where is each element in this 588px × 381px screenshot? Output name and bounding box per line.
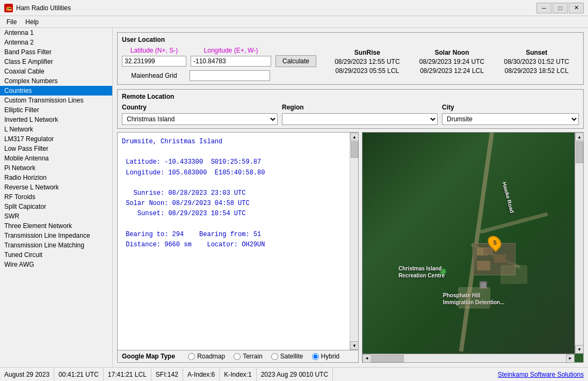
map-content: S Christmas IslandRecreation Centre Phos… <box>362 133 575 354</box>
sidebar-item-three-element[interactable]: Three Element Network <box>0 221 112 231</box>
window-controls: ─ □ ✕ <box>536 3 584 13</box>
sidebar-item-lm317[interactable]: LM317 Regulator <box>0 134 112 144</box>
status-date: August 29 2023 <box>0 368 54 381</box>
app-icon: 📻 <box>4 4 13 12</box>
sidebar-item-bandpass[interactable]: Band Pass Filter <box>0 47 112 57</box>
menu-help[interactable]: Help <box>21 17 43 27</box>
terrain-radio[interactable] <box>234 353 241 360</box>
info-panel: Drumsite, Christmas Island Latitude: -10… <box>117 132 359 363</box>
map-vscroll[interactable]: ▲ ▼ <box>575 133 583 354</box>
road-branch1 <box>480 212 548 233</box>
region-header: Region <box>282 104 438 111</box>
minimize-button[interactable]: ─ <box>536 3 551 13</box>
solar-noon-header: Solar Noon <box>410 49 495 56</box>
map-hscroll[interactable]: ◄ ► <box>362 354 575 362</box>
country-col: Country Christmas Island <box>122 104 278 125</box>
sidebar-item-pi-network[interactable]: Pi Network <box>0 163 112 173</box>
map-vthumb[interactable] <box>576 142 583 163</box>
region-col: Region <box>282 104 438 125</box>
map-scroll-right[interactable]: ► <box>566 354 575 363</box>
lon-label: Longitude (E+, W-) <box>191 47 271 54</box>
map-scroll-down[interactable]: ▼ <box>575 345 584 354</box>
sidebar-item-wire-awg[interactable]: Wire AWG <box>0 260 112 269</box>
sidebar-item-radio-horizion[interactable]: Radio Horizion <box>0 173 112 182</box>
status-k-index: K-Index:1 <box>220 368 256 381</box>
terrain-option[interactable]: Terrain <box>234 353 263 360</box>
maidenhead-input[interactable] <box>190 70 270 81</box>
info-vscroll[interactable]: ▲ ▼ <box>350 133 358 350</box>
steinkamp-link[interactable]: Steinkamp Software Solutions <box>493 368 588 381</box>
sidebar-item-rf-toroids[interactable]: RF Toroids <box>0 192 112 202</box>
sidebar-item-antenna2[interactable]: Antenna 2 <box>0 38 112 47</box>
map-type-bar: Google Map Type Roadmap Terrain Satellit… <box>118 350 358 362</box>
region-select[interactable] <box>282 113 438 125</box>
sidebar-item-coaxial[interactable]: Coaxial Cable <box>0 67 112 76</box>
map-scroll-up[interactable]: ▲ <box>575 133 584 141</box>
solar-noon-utc: 08/29/2023 19:24 UTC <box>410 58 495 65</box>
solar-noon-lcl: 08/29/2023 12:24 LCL <box>410 67 495 75</box>
sidebar-item-countries[interactable]: Countries <box>0 86 112 96</box>
menu-file[interactable]: File <box>2 17 21 27</box>
country-header: Country <box>122 104 278 111</box>
building4 <box>494 254 506 263</box>
lat-input[interactable] <box>122 56 186 67</box>
sunrise-header: SunRise <box>325 49 410 56</box>
map-type-label: Google Map Type <box>122 353 175 360</box>
sidebar-item-inverted-l[interactable]: Inverted L Network <box>0 115 112 124</box>
sidebar-item-reverse-l[interactable]: Reverse L Network <box>0 182 112 192</box>
roadmap-radio[interactable] <box>188 353 195 360</box>
hybrid-option[interactable]: Hybrid <box>312 353 340 360</box>
sidebar-item-complex[interactable]: Complex Numbers <box>0 76 112 86</box>
close-button[interactable]: ✕ <box>569 3 584 13</box>
sidebar-item-tuned[interactable]: Tuned Circuit <box>0 250 112 260</box>
calculate-button[interactable]: Calculate <box>275 55 316 67</box>
app-title: Ham Radio Utilities <box>16 4 71 12</box>
lon-input[interactable] <box>191 56 271 67</box>
sidebar-item-swr[interactable]: SWR <box>0 211 112 221</box>
map-hthumb[interactable] <box>372 355 404 362</box>
map-scroll-left[interactable]: ◄ <box>362 354 371 363</box>
map-panel: S Christmas IslandRecreation Centre Phos… <box>362 132 584 363</box>
roadmap-label: Roadmap <box>197 353 225 360</box>
sunrise-lcl: 08/29/2023 05:55 LCL <box>325 67 410 75</box>
maximize-button[interactable]: □ <box>553 3 568 13</box>
status-utc-time: 00:41:21 UTC <box>54 368 104 381</box>
title-bar: 📻 Ham Radio Utilities ─ □ ✕ <box>0 0 588 16</box>
scroll-up-btn[interactable]: ▲ <box>350 133 358 141</box>
scroll-thumb[interactable] <box>351 142 358 158</box>
sidebar-item-mobile[interactable]: Mobile Antenna <box>0 153 112 163</box>
sidebar-item-class-e[interactable]: Class E Amplifier <box>0 57 112 67</box>
hybrid-radio[interactable] <box>312 353 319 360</box>
sidebar-item-tl-impedance[interactable]: Transmission Line Impedance <box>0 231 112 240</box>
sunset-header: Sunset <box>494 49 579 56</box>
recreation-label: Christmas IslandRecreation Centre <box>398 265 445 279</box>
sidebar-item-custom-tl[interactable]: Custom Transmission Lines <box>0 96 112 105</box>
map-pin-label: S <box>493 240 497 246</box>
content-area: User Location Latitude (N+, S-) Longitud… <box>113 28 588 367</box>
sidebar-item-l-network[interactable]: L Network <box>0 124 112 134</box>
title-bar-left: 📻 Ham Radio Utilities <box>4 4 71 12</box>
country-select[interactable]: Christmas Island <box>122 113 278 125</box>
roadmap-option[interactable]: Roadmap <box>188 353 225 360</box>
lat-label: Latitude (N+, S-) <box>122 47 186 54</box>
map-htrack <box>371 354 566 362</box>
clearing2 <box>500 265 527 284</box>
sidebar-item-tl-matching[interactable]: Transmission Line Matching <box>0 240 112 250</box>
sunset-utc: 08/30/2023 01:52 UTC <box>494 58 579 65</box>
hawke-road-label: Hawke Road <box>501 181 515 214</box>
sidebar-item-elliptic[interactable]: Elliptic Filter <box>0 105 112 115</box>
satellite-radio[interactable] <box>271 353 278 360</box>
sidebar-item-split-cap[interactable]: Split Capicator <box>0 202 112 211</box>
scroll-down-btn[interactable]: ▼ <box>350 341 358 350</box>
maidenhead-label: Maienhead Grid <box>122 72 186 79</box>
main-layout: Antenna 1 Antenna 2 Band Pass Filter Cla… <box>0 28 588 367</box>
city-col: City Drumsite <box>442 104 579 125</box>
sidebar-item-antenna1[interactable]: Antenna 1 <box>0 28 112 38</box>
satellite-option[interactable]: Satellite <box>271 353 303 360</box>
sunrise-col: SunRise 08/29/2023 12:55 UTC 08/29/2023 … <box>325 49 410 75</box>
satellite-label: Satellite <box>280 353 303 360</box>
sidebar-item-lowpass[interactable]: Low Pass Filter <box>0 144 112 153</box>
city-select[interactable]: Drumsite <box>442 113 579 125</box>
user-location-title: User Location <box>122 36 579 43</box>
menu-bar: File Help <box>0 16 588 28</box>
